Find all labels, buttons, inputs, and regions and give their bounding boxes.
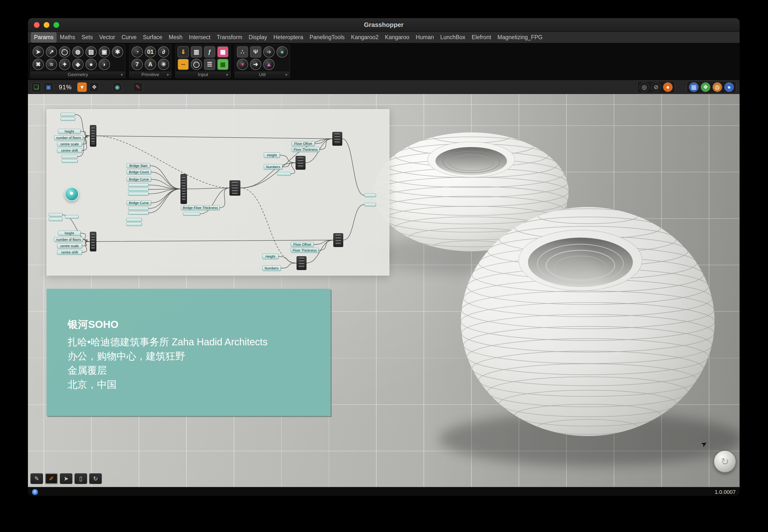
tab-kangaroo[interactable]: Kangaroo bbox=[382, 32, 413, 43]
star-icon[interactable]: ✳ bbox=[158, 59, 169, 70]
param-node[interactable] bbox=[61, 155, 78, 158]
tab-kangaroo2[interactable]: Kangaroo2 bbox=[348, 32, 382, 43]
param-node[interactable] bbox=[49, 218, 62, 221]
zoom-window-icon[interactable] bbox=[53, 22, 59, 28]
component-node[interactable] bbox=[332, 132, 342, 146]
param-node[interactable] bbox=[60, 113, 75, 116]
param-number-of-floors[interactable]: number of floors bbox=[54, 237, 83, 242]
history-tool-icon[interactable]: ↻ bbox=[89, 473, 102, 484]
sketch-tool-icon[interactable]: ✎ bbox=[30, 473, 43, 484]
tab-transform[interactable]: Transform bbox=[214, 32, 246, 43]
tab-panelingtools[interactable]: PanelingTools bbox=[306, 32, 348, 43]
diamond-icon[interactable]: ◈ bbox=[72, 59, 83, 70]
param-floor-thickness[interactable]: Floor Thickness bbox=[291, 248, 319, 253]
param-node[interactable] bbox=[61, 159, 78, 163]
color-grid-icon[interactable]: ▦ bbox=[217, 59, 229, 70]
view-capture-icon[interactable]: ▦ bbox=[689, 82, 699, 92]
param-bridge-floor-thickness[interactable]: Bridge Floor Thickness bbox=[181, 205, 220, 210]
hatch-icon[interactable]: ▨ bbox=[85, 46, 97, 58]
param-node[interactable] bbox=[364, 194, 376, 197]
param-height[interactable]: height bbox=[58, 129, 81, 134]
param-centre-shift[interactable]: centre shift bbox=[57, 148, 82, 153]
tree-icon[interactable]: Ψ bbox=[250, 46, 261, 58]
tab-magnetizing-fpg[interactable]: Magnetizing_FPG bbox=[494, 32, 545, 43]
interpolate-icon[interactable]: ✦ bbox=[59, 59, 70, 70]
tab-sets[interactable]: Sets bbox=[78, 32, 96, 43]
group-expand-icon[interactable]: ▸ bbox=[167, 72, 169, 77]
param-node[interactable] bbox=[65, 215, 79, 219]
param-node[interactable] bbox=[364, 203, 376, 206]
gradient-icon[interactable]: ▦ bbox=[217, 46, 229, 58]
delete-icon[interactable]: ✖ bbox=[33, 59, 44, 70]
tab-curve[interactable]: Curve bbox=[118, 32, 139, 43]
curve-icon[interactable]: ≈ bbox=[46, 59, 57, 70]
list-panel-icon[interactable]: ☰ bbox=[204, 59, 215, 70]
shaded-preview-icon[interactable]: ● bbox=[663, 82, 673, 92]
node-graph-panel[interactable]: heightnumber of floorscentre scalecentre… bbox=[46, 109, 389, 276]
zoom-dropdown-icon[interactable]: ▾ bbox=[77, 82, 87, 92]
tab-surface[interactable]: Surface bbox=[140, 32, 165, 43]
component-node[interactable] bbox=[296, 156, 305, 170]
tab-vector[interactable]: Vector bbox=[96, 32, 118, 43]
param-node[interactable] bbox=[128, 188, 149, 191]
minimize-window-icon[interactable] bbox=[44, 22, 49, 28]
param-floor-offset[interactable]: Floor Offset bbox=[292, 141, 315, 146]
preview-eye-icon[interactable]: ◉ bbox=[112, 82, 122, 92]
param-height[interactable]: Height bbox=[264, 152, 280, 158]
param-bridge-start[interactable]: Bridge Start bbox=[127, 163, 150, 168]
marker-tool-icon[interactable]: ✐ bbox=[45, 473, 58, 484]
param-bridge-count[interactable]: Bridge Count bbox=[127, 170, 151, 174]
binary-icon[interactable]: 01 bbox=[145, 46, 156, 58]
green-sphere-icon[interactable]: ❖ bbox=[701, 82, 710, 92]
graph-mapper-icon[interactable]: ∼ bbox=[177, 59, 189, 70]
data-dam-icon[interactable]: ∴ bbox=[237, 46, 248, 58]
param-node[interactable] bbox=[183, 212, 200, 216]
param-node[interactable] bbox=[126, 218, 142, 221]
panel-tool-icon[interactable]: ▯ bbox=[74, 473, 87, 484]
tab-maths[interactable]: Maths bbox=[57, 32, 78, 43]
param-node[interactable] bbox=[277, 172, 291, 175]
grasshopper-canvas[interactable]: heightnumber of floorscentre scalecentre… bbox=[28, 94, 740, 487]
point-cloud-icon[interactable]: ◍ bbox=[72, 46, 83, 58]
box-icon[interactable]: ▣ bbox=[99, 46, 110, 58]
knot-icon[interactable]: ∂ bbox=[158, 46, 169, 58]
param-height[interactable]: Height bbox=[262, 254, 279, 259]
circle-param-icon[interactable]: ◯ bbox=[191, 59, 202, 70]
digit-icon[interactable]: 7 bbox=[131, 59, 143, 70]
arc-icon[interactable]: ◔ bbox=[131, 46, 143, 58]
script-icon[interactable]: ƒ bbox=[204, 46, 215, 58]
component-node[interactable] bbox=[90, 125, 96, 147]
save-document-icon[interactable]: ▣ bbox=[44, 82, 53, 92]
param-centre-scale[interactable]: centre scale bbox=[57, 243, 82, 248]
orange-sphere-icon[interactable]: ◍ bbox=[712, 82, 722, 92]
status-badge[interactable]: 0 bbox=[32, 489, 38, 495]
new-document-icon[interactable]: ❏ bbox=[31, 82, 41, 92]
param-node[interactable] bbox=[126, 222, 142, 226]
preview-off-icon[interactable]: ⊘ bbox=[651, 82, 661, 92]
param-node[interactable] bbox=[128, 207, 149, 210]
blue-sphere-icon[interactable]: ● bbox=[724, 82, 734, 92]
wire-tool-icon[interactable]: ➤ bbox=[60, 473, 72, 484]
close-window-icon[interactable] bbox=[34, 22, 40, 28]
component-node[interactable] bbox=[90, 232, 96, 251]
param-bridge-curve[interactable]: Bridge Curve bbox=[127, 200, 151, 205]
param-centre-scale[interactable]: centre scale bbox=[57, 142, 82, 147]
panel-icon[interactable]: ▥ bbox=[191, 46, 202, 58]
cherry-picker-icon[interactable]: ♥ bbox=[237, 59, 248, 70]
paint-brush-icon[interactable]: ✎ bbox=[133, 82, 143, 92]
component-node[interactable] bbox=[180, 174, 187, 204]
component-node[interactable] bbox=[230, 180, 240, 196]
param-node[interactable] bbox=[128, 211, 149, 215]
tab-mesh[interactable]: Mesh bbox=[165, 32, 185, 43]
param-bridge-curve[interactable]: Bridge Curve bbox=[127, 177, 151, 182]
mesh-sphere-icon[interactable]: ● bbox=[85, 59, 97, 70]
ellipse-icon[interactable]: ◯ bbox=[59, 46, 70, 58]
group-expand-icon[interactable]: ▸ bbox=[121, 72, 123, 77]
galapagos-icon[interactable]: ▲ bbox=[263, 59, 275, 70]
param-number-of-floors[interactable]: number of floors bbox=[54, 135, 83, 140]
text-icon[interactable]: A bbox=[145, 59, 156, 70]
zoom-level[interactable]: 91% bbox=[56, 84, 74, 91]
component-node[interactable] bbox=[333, 233, 343, 247]
selection-ball-icon[interactable] bbox=[65, 187, 79, 201]
viewport-trackball[interactable]: ↻ bbox=[714, 450, 736, 473]
